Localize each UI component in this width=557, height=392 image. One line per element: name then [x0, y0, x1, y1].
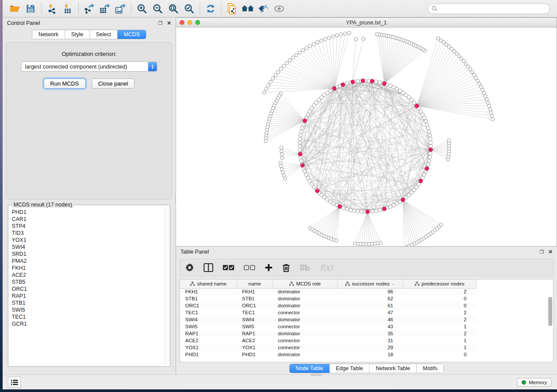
- network-node[interactable]: [353, 209, 356, 213]
- network-node[interactable]: [281, 171, 284, 174]
- import-network-icon[interactable]: [44, 2, 60, 16]
- zoom-out-icon[interactable]: [150, 2, 166, 16]
- network-node[interactable]: [279, 161, 282, 165]
- network-node[interactable]: [342, 206, 345, 210]
- network-node[interactable]: [379, 241, 382, 244]
- column-header-shared-name[interactable]: shared name: [180, 279, 237, 288]
- split-view-icon[interactable]: [204, 263, 213, 272]
- network-node[interactable]: [298, 148, 301, 151]
- split-handle-horizontal[interactable]: [311, 374, 322, 376]
- network-node[interactable]: [348, 31, 351, 35]
- network-window-titlebar[interactable]: YPA_prune.txt_1: [176, 18, 557, 28]
- mcds-result-item[interactable]: GCR1: [12, 320, 165, 327]
- network-node[interactable]: [356, 79, 360, 83]
- network-node[interactable]: [282, 64, 286, 68]
- network-node[interactable]: [280, 156, 284, 160]
- save-icon[interactable]: [23, 2, 38, 16]
- memory-button[interactable]: Memory: [517, 378, 552, 387]
- network-dominator-node[interactable]: [425, 167, 429, 171]
- network-dominator-node[interactable]: [332, 86, 336, 90]
- deselect-all-icon[interactable]: [244, 265, 255, 271]
- network-node[interactable]: [299, 134, 302, 137]
- network-node[interactable]: [422, 173, 426, 176]
- tab-node-table[interactable]: Node Table: [290, 364, 330, 373]
- zoom-in-icon[interactable]: [134, 2, 150, 16]
- network-node[interactable]: [298, 137, 302, 141]
- mcds-result-item[interactable]: PHD1: [12, 209, 165, 216]
- table-row[interactable]: SWI4SWI4dominator462: [180, 316, 476, 323]
- column-header-predecessor-nodes[interactable]: predecessor nodes: [403, 279, 476, 288]
- search-field[interactable]: [428, 3, 550, 14]
- network-dominator-node[interactable]: [298, 152, 302, 156]
- network-node[interactable]: [263, 91, 266, 94]
- network-node[interactable]: [280, 168, 284, 171]
- refresh-icon[interactable]: [203, 2, 218, 16]
- network-node[interactable]: [279, 164, 283, 168]
- network-node[interactable]: [280, 149, 283, 153]
- mcds-result-item[interactable]: YOX1: [12, 237, 165, 244]
- network-node[interactable]: [371, 210, 374, 213]
- mcds-result-item[interactable]: RAP1: [12, 292, 165, 299]
- network-node[interactable]: [484, 94, 487, 98]
- select-all-icon[interactable]: [223, 265, 234, 271]
- network-node[interactable]: [482, 91, 486, 95]
- network-node[interactable]: [489, 111, 493, 114]
- tab-network-table[interactable]: Network Table: [370, 364, 417, 373]
- network-dominator-node[interactable]: [401, 198, 405, 202]
- mcds-result-item[interactable]: ORC1: [12, 285, 165, 292]
- show-all-icon[interactable]: [271, 2, 287, 16]
- run-mcds-button[interactable]: Run MCDS: [44, 79, 86, 89]
- export-image-icon[interactable]: [113, 2, 128, 16]
- network-node[interactable]: [327, 36, 331, 39]
- optimization-criterion-select[interactable]: largest connected component (undirected)…: [21, 62, 157, 72]
- table-row[interactable]: YOX1YOX1connector291: [180, 344, 476, 351]
- network-node[interactable]: [427, 159, 431, 162]
- column-header-name[interactable]: name: [237, 279, 273, 288]
- export-network-icon[interactable]: [81, 2, 97, 16]
- network-dominator-node[interactable]: [301, 163, 304, 167]
- column-header-successor-nodes[interactable]: successor nodes⌄: [337, 279, 403, 288]
- task-history-button[interactable]: [8, 377, 21, 388]
- mcds-result-item[interactable]: STB5: [12, 279, 165, 285]
- network-node[interactable]: [429, 152, 432, 155]
- delete-icon[interactable]: [282, 263, 290, 272]
- network-node[interactable]: [439, 223, 443, 227]
- network-node[interactable]: [316, 41, 319, 44]
- mcds-result-item[interactable]: ACE2: [12, 272, 165, 279]
- zoom-selected-icon[interactable]: [181, 2, 197, 16]
- network-node[interactable]: [362, 37, 365, 41]
- network-node[interactable]: [303, 169, 306, 173]
- float-panel-icon[interactable]: ❐: [158, 21, 163, 26]
- network-node[interactable]: [485, 98, 488, 101]
- network-node[interactable]: [375, 33, 379, 36]
- mcds-result-item[interactable]: TID3: [12, 230, 165, 237]
- network-node[interactable]: [487, 104, 491, 108]
- mcds-result-item[interactable]: SWI4: [12, 244, 165, 251]
- network-node[interactable]: [339, 33, 343, 36]
- network-dominator-node[interactable]: [338, 205, 342, 209]
- network-dominator-node[interactable]: [303, 119, 307, 123]
- hide-selected-icon[interactable]: [256, 2, 271, 16]
- network-node[interactable]: [277, 70, 280, 74]
- network-leaf-nodes[interactable]: [263, 31, 495, 246]
- network-node[interactable]: [425, 123, 429, 126]
- network-node[interactable]: [488, 107, 492, 111]
- network-dominator-node[interactable]: [315, 189, 319, 193]
- network-node[interactable]: [294, 53, 298, 57]
- network-node[interactable]: [374, 209, 378, 213]
- network-canvas[interactable]: [176, 28, 557, 246]
- network-node[interactable]: [356, 210, 360, 213]
- tab-mcds[interactable]: MCDS: [118, 30, 146, 39]
- network-node[interactable]: [301, 48, 305, 52]
- tab-edge-table[interactable]: Edge Table: [330, 364, 370, 373]
- network-node[interactable]: [300, 159, 303, 162]
- network-node[interactable]: [345, 82, 349, 85]
- mcds-result-item[interactable]: PMA2: [12, 258, 165, 265]
- home-networks-icon[interactable]: [240, 2, 256, 16]
- mcds-result-scrollbar[interactable]: [165, 207, 170, 364]
- network-node[interactable]: [424, 119, 427, 123]
- mcds-result-item[interactable]: STB1: [12, 299, 165, 306]
- table-scrollbar-thumb[interactable]: [548, 297, 552, 326]
- network-node[interactable]: [274, 73, 277, 77]
- network-dominator-node[interactable]: [370, 79, 374, 83]
